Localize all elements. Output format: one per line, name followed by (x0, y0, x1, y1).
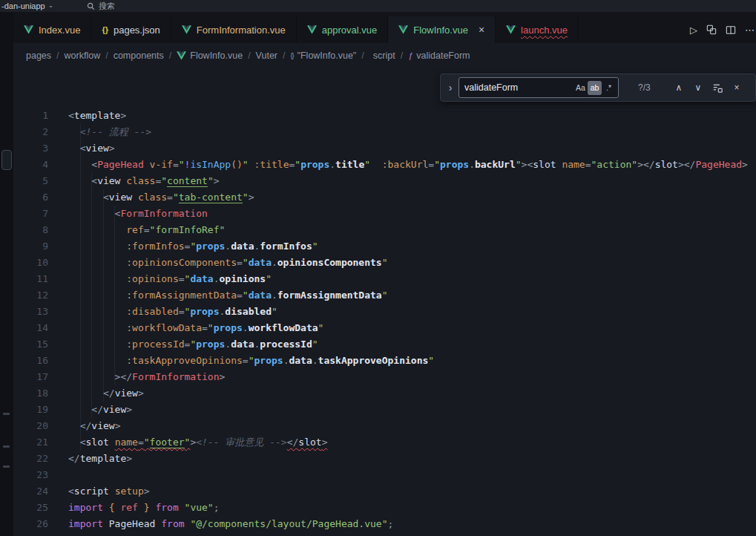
code-text[interactable] (48, 467, 68, 483)
tab-FormInformation.vue[interactable]: FormInformation.vue (171, 16, 297, 43)
code-text[interactable]: :disabled="props.disabled" (48, 304, 277, 320)
code-text[interactable]: <view class="content"> (48, 173, 220, 189)
tab-FlowInfo.vue[interactable]: FlowInfo.vue× (388, 16, 496, 43)
close-icon[interactable]: × (479, 24, 484, 35)
code-text[interactable]: <template> (48, 108, 126, 124)
code-text[interactable]: ref="formInfoRef" (48, 222, 225, 238)
line-number: 8 (13, 222, 48, 238)
more-actions-button[interactable]: ⋯ (745, 24, 755, 36)
code-text[interactable]: </view> (48, 418, 120, 434)
tab-Index.vue[interactable]: Index.vue (13, 16, 91, 43)
close-find-button[interactable]: × (729, 79, 745, 96)
code-text[interactable]: :taskApproveOpinions="props.data.taskApp… (48, 353, 434, 369)
activity-bar (0, 12, 13, 536)
line-number: 18 (13, 385, 48, 402)
vue-icon (177, 51, 186, 60)
code-area[interactable]: 1<template>2 <!-- 流程 -->3 <view>4 <PageH… (13, 108, 756, 532)
breadcrumb-item[interactable]: Vuter (256, 50, 277, 61)
code-line: 4 <PageHead v-if="!isInApp()" :title="pr… (13, 157, 756, 173)
breadcrumb-item[interactable]: components (114, 50, 164, 61)
code-text[interactable]: <FormInformation (48, 206, 208, 222)
code-text[interactable]: :opinionsComponents="data.opinionsCompon… (48, 255, 388, 271)
tab-approval.vue[interactable]: approval.vue (297, 16, 388, 43)
code-line: 14 :workflowData="props.workflowData" (13, 320, 756, 336)
code-text[interactable]: :formAssignmentData="data.formAssignment… (48, 287, 388, 304)
chevron-down-icon: ⌄ (48, 1, 54, 9)
code-line: 17 ></FormInformation> (13, 369, 756, 385)
editor-layout-icon[interactable] (706, 24, 717, 35)
tab-launch.vue[interactable]: launch.vue (496, 16, 579, 43)
vue-icon (398, 25, 408, 34)
line-number: 14 (13, 320, 48, 336)
code-text[interactable]: <PageHead v-if="!isInApp()" :title="prop… (48, 157, 748, 173)
code-line: 15 :processId="props.data.processId" (13, 336, 756, 353)
breadcrumb-item[interactable]: script (369, 50, 395, 61)
breadcrumb-separator: / (361, 50, 364, 61)
breadcrumb-label: "FlowInfo.vue" (298, 50, 357, 61)
tab-pages.json[interactable]: {}pages.json (91, 16, 171, 43)
vue-icon (307, 25, 317, 34)
breadcrumb-label: workflow (65, 50, 101, 61)
json-icon: {} (102, 25, 108, 34)
breadcrumb-item[interactable]: FlowInfo.vue (177, 50, 243, 61)
code-text[interactable]: import { ref } from "vue"; (48, 500, 220, 516)
line-number: 10 (13, 255, 48, 271)
find-input[interactable] (461, 82, 573, 93)
line-number: 22 (13, 451, 48, 467)
method-icon: ƒ (408, 51, 412, 60)
vue-icon (24, 25, 33, 34)
whole-word-button[interactable]: ab (588, 81, 602, 95)
code-text[interactable]: <slot name="footer"><!-- 审批意见 --></slot> (48, 434, 327, 451)
code-line: 21 <slot name="footer"><!-- 审批意见 --></sl… (13, 434, 756, 451)
code-text[interactable]: </view> (48, 402, 132, 418)
line-number: 25 (13, 500, 48, 516)
next-match-button[interactable]: ∨ (690, 79, 706, 96)
strip-mark (3, 465, 10, 468)
line-number: 12 (13, 287, 48, 304)
code-text[interactable]: <!-- 流程 --> (48, 124, 151, 140)
previous-match-button[interactable]: ∧ (671, 79, 687, 96)
activity-handle[interactable] (1, 150, 12, 170)
breadcrumb-label: FlowInfo.vue (190, 50, 243, 61)
code-line: 24<script setup> (13, 483, 756, 500)
breadcrumb-separator: / (56, 50, 59, 61)
chevron-right-icon[interactable]: › (445, 82, 456, 94)
find-in-selection-button[interactable] (709, 79, 726, 96)
match-case-button[interactable]: Aa (573, 81, 588, 95)
code-line: 3 <view> (13, 140, 756, 157)
code-text[interactable]: import PageHead from "@/components/layou… (48, 516, 393, 532)
code-text[interactable]: :processId="props.data.processId" (48, 336, 318, 353)
project-menu[interactable]: -dan-uniapp ⌄ (0, 1, 53, 10)
code-line: 9 :formInfos="props.data.formInfos" (13, 238, 756, 255)
code-text[interactable]: <view> (48, 140, 115, 157)
code-line: 1<template> (13, 108, 756, 124)
code-text[interactable]: :workflowData="props.workflowData" (48, 320, 323, 336)
breadcrumb-separator: / (105, 50, 108, 61)
code-text[interactable]: :formInfos="props.data.formInfos" (48, 238, 318, 255)
code-text[interactable]: </template> (48, 451, 132, 467)
code-text[interactable]: ></FormInformation> (48, 369, 225, 385)
breadcrumb-item[interactable]: {}"FlowInfo.vue" (291, 50, 357, 61)
line-number: 11 (13, 271, 48, 287)
project-name: -dan-uniapp (1, 1, 45, 10)
tab-label: approval.vue (322, 24, 377, 36)
code-text[interactable]: <script setup> (48, 483, 150, 500)
line-number: 5 (13, 173, 48, 189)
line-number: 6 (13, 189, 48, 206)
regex-button[interactable]: .* (602, 81, 616, 95)
breadcrumb-item[interactable]: ƒvalidateForm (408, 50, 470, 61)
breadcrumb-label: pages (26, 50, 51, 61)
match-count: ?/3 (638, 82, 668, 93)
code-line: 23 (13, 467, 756, 483)
code-text[interactable]: <view class="tab-content"> (48, 189, 254, 206)
global-search[interactable]: 搜索 (87, 0, 115, 12)
code-text[interactable]: :opinions="data.opinions" (48, 271, 272, 287)
run-button[interactable]: ▷ (690, 24, 697, 36)
breadcrumb-item[interactable]: workflow (65, 50, 101, 61)
split-editor-icon[interactable] (726, 25, 736, 35)
code-text[interactable]: </view> (48, 385, 144, 402)
titlebar: -dan-uniapp ⌄ 搜索 (0, 0, 756, 12)
breadcrumb-item[interactable]: pages (26, 50, 51, 61)
code-line: 13 :disabled="props.disabled" (13, 304, 756, 320)
line-number: 21 (13, 434, 48, 451)
